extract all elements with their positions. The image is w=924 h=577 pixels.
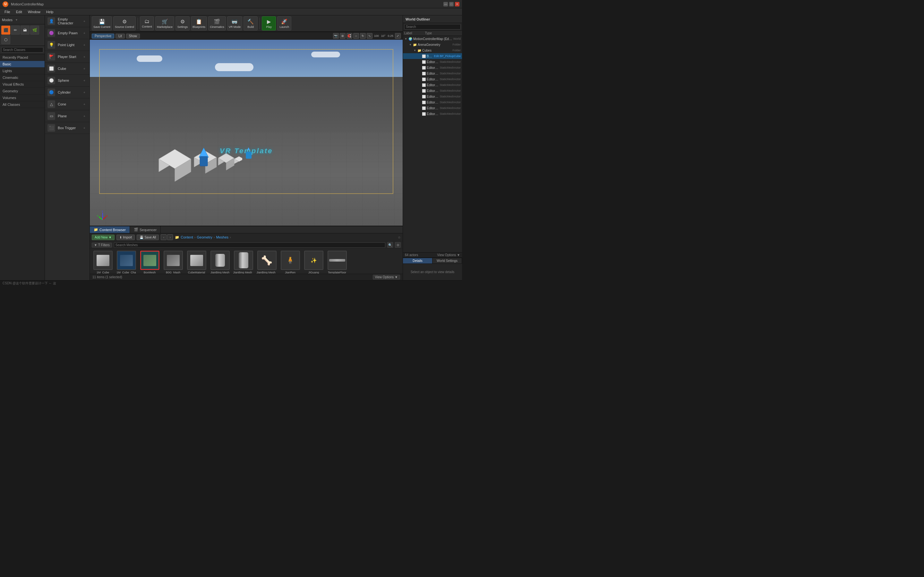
toolbar-vr-mode[interactable]: 🥽VR Mode (227, 16, 242, 31)
category-visual-effects[interactable]: Visual Effects (0, 81, 45, 88)
menu-file[interactable]: File (2, 9, 13, 15)
show-btn[interactable]: Show (126, 34, 140, 39)
tree-item-cube15[interactable]: ⬜EditorCube15StaticMeshActor (403, 99, 462, 105)
close-button[interactable]: ✕ (455, 2, 459, 6)
modes-dropdown-icon[interactable]: ▼ (15, 18, 18, 21)
tab-world-settings[interactable]: World Settings (433, 258, 462, 263)
tree-item-cube13[interactable]: ⬜EditorCube13StaticMeshActor (403, 88, 462, 93)
asset-jianren[interactable]: 🧍JianRen (280, 251, 300, 274)
asset-box-mesh[interactable]: BoxMesh (139, 251, 160, 274)
category-volumes[interactable]: Volumes (0, 95, 45, 101)
menu-window[interactable]: Window (25, 9, 43, 15)
asset-jianbing-mesh[interactable]: JianBing Mesh (210, 251, 230, 274)
bc-content[interactable]: Content (181, 235, 193, 239)
tool-paint[interactable]: ✏ (11, 26, 20, 35)
tool-place[interactable]: ⬛ (1, 26, 10, 35)
tool-foliage[interactable]: 🌿 (30, 26, 39, 35)
place-item-empty-character[interactable]: 👤 Empty Character + (45, 15, 89, 27)
tree-item-cube16[interactable]: ⬜EditorCube16StaticMeshActor (403, 105, 462, 111)
settings-icon[interactable]: ⚙ (395, 242, 401, 248)
toolbar-source-control[interactable]: ⚙Source Control (113, 16, 136, 31)
toolbar-launch[interactable]: 🚀Launch (277, 16, 291, 31)
vp-camera-icon[interactable]: 📷 (333, 33, 339, 39)
vp-scale-icon[interactable]: ⤡ (367, 33, 373, 39)
vp-rotate-icon[interactable]: ↻ (360, 33, 366, 39)
tree-item-cube9[interactable]: ⬜EditorCube9StaticMeshActor (403, 65, 462, 71)
asset-jiguang[interactable]: ✨JiGuang (303, 251, 324, 274)
category-all-classes[interactable]: All Classes (0, 101, 45, 108)
bc-geometry[interactable]: Geometry (197, 235, 212, 239)
toolbar-blueprints[interactable]: 📋Blueprints (191, 16, 207, 31)
toolbar-save-current[interactable]: 💾Save Current (92, 16, 112, 31)
place-item-box-trigger[interactable]: ⬛ Box Trigger + (45, 122, 89, 134)
tree-item-cube17[interactable]: ⬜EditorCube17StaticMeshActor (403, 111, 462, 117)
view-options-button[interactable]: View Options ▼ (373, 275, 400, 279)
menu-edit[interactable]: Edit (13, 9, 25, 15)
asset-cube-material[interactable]: CubeMaterial (186, 251, 207, 274)
perspective-btn[interactable]: Perspective (92, 34, 114, 39)
toolbar-build[interactable]: 🔨Build (244, 16, 258, 31)
tree-item-cube11[interactable]: ⬜EditorCube11StaticMeshActor (403, 76, 462, 82)
minimize-button[interactable]: — (443, 2, 448, 6)
import-button[interactable]: ⬇ Import (116, 235, 135, 240)
view-options-outliner[interactable]: View Options ▼ (437, 253, 460, 257)
toolbar-settings[interactable]: ⚙Settings (176, 16, 190, 31)
category-geometry[interactable]: Geometry (0, 88, 45, 95)
search-icon[interactable]: 🔍 (387, 242, 393, 248)
edit-bp-button[interactable]: Edit BP_PickupCube (434, 55, 461, 58)
nav-forward[interactable]: › (167, 234, 173, 240)
tree-item-cube12[interactable]: ⬜EditorCube12StaticMeshActor (403, 82, 462, 88)
place-item-cylinder[interactable]: 🔵 Cylinder + (45, 87, 89, 98)
category-lights[interactable]: Lights (0, 68, 45, 74)
tree-item-root[interactable]: ▼🌍MotionControllerMap (Editor)World (403, 36, 462, 42)
tree-item-cubes[interactable]: ▼📁CubesFolder (403, 47, 462, 53)
menu-help[interactable]: Help (44, 9, 56, 15)
place-item-plane[interactable]: ▭ Plane + (45, 110, 89, 122)
tree-item-bp-pickup[interactable]: ⬜BP_PickupCubeEdit BP_PickupCube (403, 53, 462, 59)
category-recently-placed[interactable]: Recently Placed (0, 54, 45, 61)
vp-move-icon[interactable]: ↔ (353, 33, 359, 39)
place-item-player-start[interactable]: 🚩 Player Start + (45, 51, 89, 63)
tab-sequencer[interactable]: 🎬 Sequencer (130, 226, 161, 233)
tool-mesh[interactable]: ⬡ (1, 35, 10, 44)
asset-b0g-mash[interactable]: B0G_Mash (163, 251, 184, 274)
viewport[interactable]: Perspective Lit Show 📷 ⊞ 🧲 ↔ ↻ ⤡ 100 10°… (90, 32, 403, 226)
maximize-button[interactable]: □ (449, 2, 454, 6)
save-all-button[interactable]: 💾 Save All (137, 235, 159, 240)
content-browser-search[interactable] (114, 242, 385, 248)
toolbar-cinematics[interactable]: 🎬Cinematics (208, 16, 226, 31)
vp-grid-icon[interactable]: ⊞ (340, 33, 346, 39)
maximize-viewport-icon[interactable]: ⤢ (395, 33, 401, 39)
tree-item-cube8[interactable]: ⬜EditorCube8StaticMeshActor (403, 59, 462, 65)
place-item-cone[interactable]: △ Cone + (45, 98, 89, 110)
toolbar-play[interactable]: ▶Play (262, 16, 276, 31)
lit-btn[interactable]: Lit (115, 34, 125, 39)
vp-snap-icon[interactable]: 🧲 (347, 33, 352, 39)
bc-meshes[interactable]: Meshes (216, 235, 228, 239)
asset-1m-cube[interactable]: 1M_Cube (92, 251, 113, 274)
category-cinematic[interactable]: Cinematic (0, 74, 45, 81)
place-item-cube[interactable]: ⬜ Cube + (45, 63, 89, 75)
tool-landscape[interactable]: 🏔 (21, 26, 29, 35)
nav-back[interactable]: ‹ (161, 234, 166, 240)
asset-1m-cube-chamfer[interactable]: 1M_Cube_Chamfer (116, 251, 137, 274)
search-classes-input[interactable] (1, 47, 43, 53)
place-item-empty-pawn[interactable]: 🟣 Empty Pawn + (45, 27, 89, 39)
tree-item-cube14[interactable]: ⬜EditorCube14StaticMeshActor (403, 93, 462, 99)
tab-content-browser[interactable]: 📁 Content Browser (90, 226, 130, 233)
asset-jianbing-skeleton[interactable]: 🦴JianBing Mesh_ Skeleton (256, 251, 277, 274)
filters-button[interactable]: ▼ T Filters (92, 243, 112, 247)
tab-details[interactable]: Details (403, 258, 433, 263)
category-basic[interactable]: Basic (0, 61, 45, 68)
bookmark-icon[interactable]: ☆ (398, 235, 401, 239)
asset-jianbing-physics[interactable]: JianBing Mesh_ PhysicsAsset (233, 251, 254, 274)
toolbar-content[interactable]: 🗂Content (140, 16, 154, 31)
toolbar-marketplace[interactable]: 🛒Marketplace (155, 16, 174, 31)
outliner-search-input[interactable] (404, 24, 461, 29)
place-item-point-light[interactable]: 💡 Point Light + (45, 39, 89, 51)
tree-item-arena[interactable]: ▼📁ArenaGeometryFolder (403, 42, 462, 47)
tree-item-cube10[interactable]: ⬜EditorCube10StaticMeshActor (403, 71, 462, 76)
asset-template-floor[interactable]: TemplateFloor (326, 251, 347, 274)
place-item-sphere[interactable]: ⚪ Sphere + (45, 75, 89, 87)
add-new-button[interactable]: Add New ▼ (92, 235, 115, 240)
